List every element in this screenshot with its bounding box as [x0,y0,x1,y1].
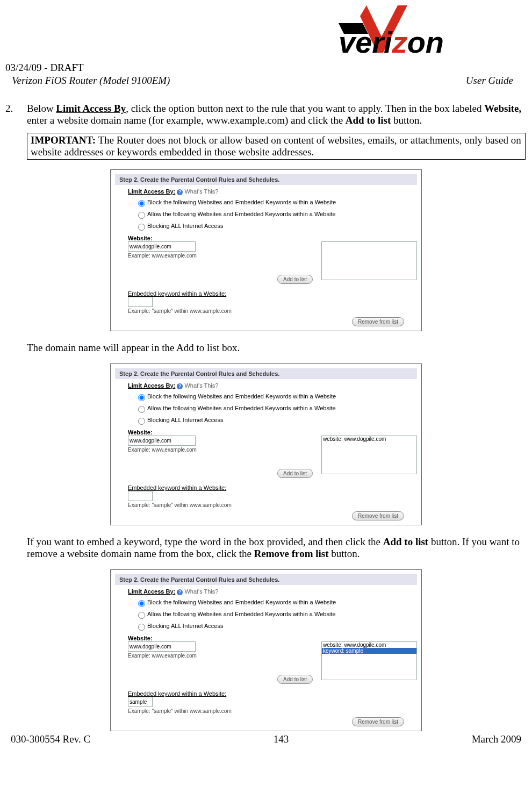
website-input[interactable] [128,436,196,446]
screenshot-2: Step 2. Create the Parental Control Rule… [110,363,422,525]
radio-block-all[interactable] [138,418,145,425]
remove-from-list-button[interactable]: Remove from list [352,511,404,520]
website-input[interactable] [128,241,196,252]
list-item[interactable]: website: www.dogpile.com [322,436,416,442]
radio-block-all[interactable] [138,224,145,231]
keyword-example: Example: "sample" within www.sample.com [128,708,417,714]
doc-title-left: Verizon FiOS Router (Model 9100EM) [12,75,170,87]
keyword-label: Embedded keyword within a Website: [128,290,226,297]
website-listbox[interactable]: website: www.dogpile.com keyword: sample [321,641,417,680]
important-note: IMPORTANT: The Router does not block or … [27,133,526,160]
help-icon[interactable]: ? [177,189,183,195]
add-to-list-button[interactable]: Add to list [277,675,313,684]
website-example: Example: www.example.com [128,253,317,259]
whats-this-link[interactable]: What's This? [184,382,218,389]
sc-step-header: Step 2. Create the Parental Control Rule… [115,574,417,585]
whats-this-link[interactable]: What's This? [184,188,218,195]
website-label: Website: [128,429,417,436]
footer-left: 030-300554 Rev. C [11,733,90,745]
remove-from-list-button[interactable]: Remove from list [352,317,404,326]
website-label: Website: [128,635,417,641]
keyword-input[interactable] [128,697,153,707]
limit-access-label: Limit Access By: [128,588,175,595]
radio-block-all[interactable] [138,624,145,631]
keyword-input[interactable] [128,491,153,501]
help-icon[interactable]: ? [177,383,183,389]
website-example: Example: www.example.com [128,653,317,659]
footer-right: March 2009 [472,733,521,745]
website-listbox[interactable] [321,241,417,280]
radio-block[interactable] [138,200,145,207]
radio-block[interactable] [138,394,145,401]
add-to-list-button[interactable]: Add to list [277,275,313,284]
keyword-example: Example: "sample" within www.sample.com [128,308,417,314]
sc-step-header: Step 2. Create the Parental Control Rule… [115,174,417,185]
sc-step-header: Step 2. Create the Parental Control Rule… [115,368,417,379]
radio-allow[interactable] [138,212,145,219]
keyword-example: Example: "sample" within www.sample.com [128,502,417,508]
radio-allow[interactable] [138,612,145,619]
radio-block[interactable] [138,600,145,607]
para-domain-appears: The domain name will appear in the Add t… [27,342,527,354]
limit-access-label: Limit Access By: [128,188,175,195]
website-label: Website: [128,235,417,241]
keyword-label: Embedded keyword within a Website: [128,690,226,697]
website-listbox[interactable]: website: www.dogpile.com [321,436,417,474]
list-item[interactable]: keyword: sample [322,648,416,654]
screenshot-3: Step 2. Create the Parental Control Rule… [110,569,422,731]
step-instruction: Below Limit Access By, click the option … [27,103,527,126]
keyword-input[interactable] [128,297,153,307]
add-to-list-button[interactable]: Add to list [277,469,313,478]
radio-allow[interactable] [138,406,145,413]
website-example: Example: www.example.com [128,447,317,453]
doc-title-right: User Guide [466,75,513,87]
para-embed-remove: If you want to embed a keyword, type the… [27,536,527,560]
keyword-label: Embedded keyword within a Website: [128,484,226,491]
help-icon[interactable]: ? [177,589,183,595]
verizon-logo: verizon [5,5,527,67]
list-item[interactable]: website: www.dogpile.com [322,642,416,648]
remove-from-list-button[interactable]: Remove from list [352,717,404,726]
screenshot-1: Step 2. Create the Parental Control Rule… [110,169,422,331]
whats-this-link[interactable]: What's This? [184,588,218,595]
limit-access-label: Limit Access By: [128,382,175,389]
svg-text:verizon: verizon [339,25,444,59]
footer-page-number: 143 [274,733,289,745]
step-number: 2. [5,103,27,126]
website-input[interactable] [128,641,196,652]
